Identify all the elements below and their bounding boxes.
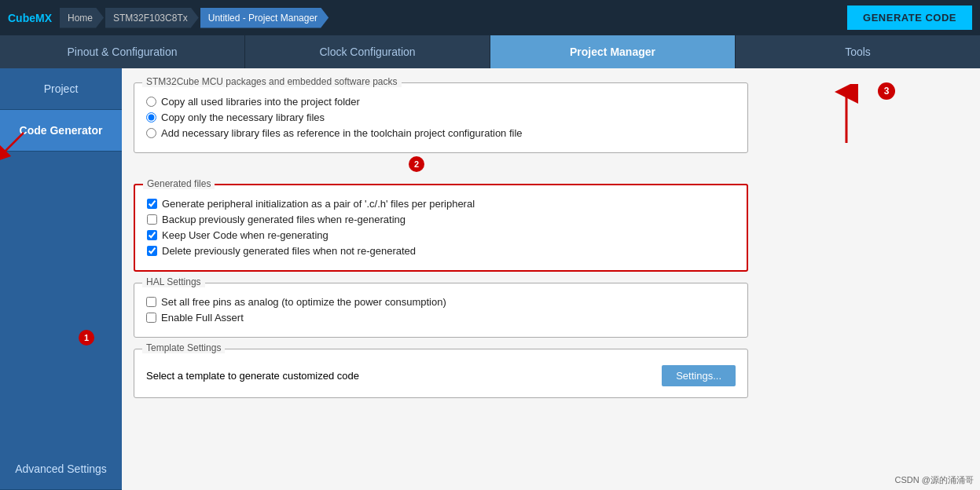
checkbox-delete-previous[interactable]: Delete previously generated files when n…	[147, 245, 735, 257]
watermark: CSDN @源的涌涌哥	[895, 474, 974, 486]
brand-logo: CubeMX	[8, 12, 52, 24]
breadcrumb: Home STM32F103C8Tx Untitled - Project Ma…	[60, 8, 330, 28]
main-tabs: Pinout & Configuration Clock Configurati…	[0, 35, 980, 68]
top-bar: CubeMX Home STM32F103C8Tx Untitled - Pro…	[0, 0, 980, 35]
sidebar-item-advanced-settings[interactable]: Advanced Settings	[0, 448, 122, 490]
tab-pinout[interactable]: Pinout & Configuration	[0, 35, 245, 68]
annotation-2-badge: 2	[409, 156, 424, 172]
annotation-3-badge: 3	[878, 82, 895, 100]
checkbox-backup-files[interactable]: Backup previously generated files when r…	[147, 214, 735, 225]
generated-files-title: Generated files	[143, 178, 215, 189]
checkbox-keep-user-code[interactable]: Keep User Code when re-generating	[147, 229, 735, 241]
radio-add-reference-input[interactable]	[146, 128, 156, 138]
checkbox-backup-input[interactable]	[147, 214, 157, 225]
template-description: Select a template to generate customized…	[146, 370, 359, 382]
checkbox-set-pins-analog[interactable]: Set all free pins as analog (to optimize…	[146, 296, 736, 308]
checkbox-enable-full-assert[interactable]: Enable Full Assert	[146, 312, 736, 324]
checkbox-generate-peripheral[interactable]: Generate peripheral initialization as a …	[147, 198, 735, 210]
generate-code-button[interactable]: GENERATE CODE	[847, 5, 972, 30]
template-row: Select a template to generate customized…	[146, 365, 736, 386]
template-section-title: Template Settings	[142, 342, 225, 353]
radio-copy-all[interactable]: Copy all used libraries into the project…	[146, 96, 736, 108]
checkbox-delete-input[interactable]	[147, 246, 157, 256]
breadcrumb-home[interactable]: Home	[60, 8, 104, 28]
breadcrumb-mcu[interactable]: STM32F103C8Tx	[105, 8, 199, 28]
annotation-arrow-svg	[823, 84, 870, 147]
main-panel: STM32Cube MCU packages and embedded soft…	[122, 68, 760, 490]
radio-add-reference[interactable]: Add necessary library files as reference…	[146, 127, 736, 139]
sidebar-item-code-generator[interactable]: Code Generator	[0, 110, 122, 152]
tab-clock[interactable]: Clock Configuration	[245, 35, 490, 68]
top-bar-left: CubeMX Home STM32F103C8Tx Untitled - Pro…	[8, 8, 330, 28]
checkbox-pins-analog-input[interactable]	[146, 297, 156, 307]
template-settings-section: Template Settings Select a template to g…	[134, 349, 748, 398]
sidebar: Project Code Generator Advanced Settings	[0, 68, 122, 490]
right-area: 3 CSDN @源的涌涌哥	[760, 68, 980, 490]
annotation-3-arrow	[823, 84, 870, 149]
tab-project-manager[interactable]: Project Manager	[490, 35, 736, 68]
hal-section-title: HAL Settings	[142, 276, 205, 287]
mcu-packages-section: STM32Cube MCU packages and embedded soft…	[134, 82, 748, 153]
radio-copy-all-input[interactable]	[146, 97, 156, 107]
settings-button[interactable]: Settings...	[662, 365, 736, 386]
breadcrumb-project[interactable]: Untitled - Project Manager	[200, 8, 329, 28]
checkbox-keep-user-input[interactable]	[147, 230, 157, 240]
tab-tools[interactable]: Tools	[736, 35, 980, 68]
radio-copy-necessary-input[interactable]	[146, 112, 156, 122]
content-area: Project Code Generator Advanced Settings	[0, 68, 980, 490]
annotation-1-badge: 1	[79, 330, 94, 346]
mcu-section-title: STM32Cube MCU packages and embedded soft…	[142, 76, 402, 87]
sidebar-item-project[interactable]: Project	[0, 68, 122, 110]
radio-copy-necessary[interactable]: Copy only the necessary library files	[146, 112, 736, 123]
checkbox-full-assert-input[interactable]	[146, 313, 156, 323]
checkbox-generate-peripheral-input[interactable]	[147, 199, 157, 209]
generated-files-section: Generated files Generate peripheral init…	[134, 184, 748, 272]
hal-settings-section: HAL Settings Set all free pins as analog…	[134, 283, 748, 338]
